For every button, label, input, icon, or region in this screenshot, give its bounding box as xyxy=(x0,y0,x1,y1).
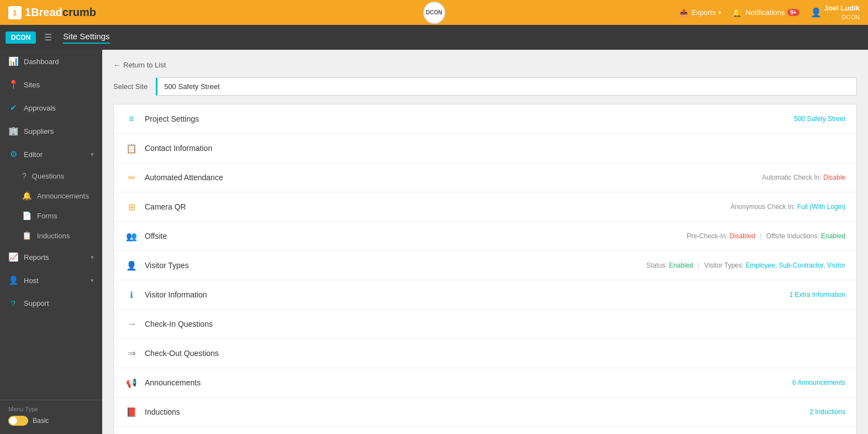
settings-row-generic-forms[interactable]: ≡ Generic Forms 2 Forms xyxy=(114,427,856,434)
exports-button[interactable]: 📤 Exports ▾ xyxy=(679,8,721,17)
editor-chevron-icon: ▾ xyxy=(91,151,94,158)
checkin-questions-title: Check-In Questions xyxy=(145,320,213,328)
sidebar-item-editor[interactable]: ⚙ Editor ▾ xyxy=(0,143,102,166)
sidebar-label-sites: Sites xyxy=(24,81,40,89)
menu-type-value: Basic xyxy=(33,417,49,425)
settings-row-visitor-info[interactable]: ℹ Visitor Information 1 Extra Informatio… xyxy=(114,280,856,310)
checkout-questions-icon: ⇒ xyxy=(125,347,138,360)
sites-icon: 📍 xyxy=(8,80,18,90)
attendance-title: Automated Attendance xyxy=(145,173,223,182)
settings-row-left-camera: ⊞ Camera QR xyxy=(125,200,186,213)
menu-type-toggle[interactable] xyxy=(8,416,28,426)
toggle-knob xyxy=(9,417,17,425)
settings-row-visitor-types[interactable]: 👤 Visitor Types Status: Enabled | Visito… xyxy=(114,251,856,280)
return-to-list-link[interactable]: ← Return to List xyxy=(113,61,166,69)
sidebar-label-forms: Forms xyxy=(37,212,57,220)
settings-row-inductions[interactable]: 📕 Inductions 2 Inductions xyxy=(114,398,856,427)
sidebar-label-reports: Reports xyxy=(24,253,49,262)
announcements-value: 6 Announcements xyxy=(792,379,845,386)
top-nav-right: 📤 Exports ▾ 🔔 Notifications 9+ 👤 Joel Lu… xyxy=(679,4,860,21)
sidebar-item-sites[interactable]: 📍 Sites xyxy=(0,73,102,96)
forms-icon: 📄 xyxy=(22,211,31,220)
visitor-types-types-value: Employee, Sub-Contractor, Visitor xyxy=(745,262,845,269)
sidebar-label-editor: Editor xyxy=(24,150,43,159)
suppliers-icon: 🏢 xyxy=(8,126,18,136)
sidebar-label-host: Host xyxy=(24,276,39,285)
exports-chevron-icon: ▾ xyxy=(718,9,721,15)
offsite-divider: | xyxy=(758,232,764,240)
sub-nav: DCON ☰ Site Settings xyxy=(0,25,868,50)
sidebar-item-inductions-sub[interactable]: 📋 Inductions xyxy=(0,226,102,245)
sidebar-item-forms[interactable]: 📄 Forms xyxy=(0,206,102,226)
center-logo-circle: DCON xyxy=(423,2,445,24)
user-icon: 👤 xyxy=(811,7,822,18)
settings-row-automated-attendance[interactable]: ✏ Automated Attendance Automatic Check I… xyxy=(114,163,856,192)
notifications-button[interactable]: 🔔 Notifications 9+ xyxy=(732,8,799,18)
offsite-precheckin-value: Disabled xyxy=(729,232,755,240)
inductions-value: 2 Inductions xyxy=(809,408,845,416)
menu-type-label: Menu Type xyxy=(8,406,94,412)
inductions-sub-icon: 📋 xyxy=(22,231,31,240)
questions-icon: ? xyxy=(22,171,27,180)
host-icon: 👤 xyxy=(8,275,18,285)
settings-row-announcements[interactable]: 📢 Announcements 6 Announcements xyxy=(114,368,856,398)
camera-qr-icon: ⊞ xyxy=(125,200,138,213)
editor-icon: ⚙ xyxy=(8,149,18,159)
project-settings-title: Project Settings xyxy=(145,114,199,123)
visitor-types-title: Visitor Types xyxy=(145,261,189,270)
sidebar-label-questions: Questions xyxy=(32,172,65,180)
settings-row-project-settings[interactable]: ≡ Project Settings 500 Safety Street xyxy=(114,104,856,134)
sidebar-item-approvals[interactable]: ✔ Approvals xyxy=(0,96,102,119)
brand-logo[interactable]: 1 1Breadcrumb xyxy=(8,6,96,19)
brand-name: 1Breadcrumb xyxy=(25,6,96,19)
settings-row-left-offsite: 👥 Offsite xyxy=(125,229,167,243)
dcon-badge[interactable]: DCON xyxy=(6,32,36,44)
inductions-title: Inductions xyxy=(145,407,180,416)
sidebar-label-announcements-sub: Announcements xyxy=(37,192,89,200)
approvals-icon: ✔ xyxy=(8,103,18,113)
project-settings-value: 500 Safety Street xyxy=(794,115,845,123)
contact-icon: 📋 xyxy=(125,142,138,155)
select-site-label: Select Site xyxy=(113,82,148,91)
settings-row-camera-qr[interactable]: ⊞ Camera QR Anonymous Check In: Full (Wi… xyxy=(114,192,856,222)
sidebar-item-dashboard[interactable]: 📊 Dashboard xyxy=(0,50,102,73)
sidebar-item-host[interactable]: 👤 Host ▾ xyxy=(0,269,102,292)
user-profile-button[interactable]: 👤 Joel Ludik DCON xyxy=(811,4,860,21)
sidebar: 📊 Dashboard 📍 Sites ✔ Approvals 🏢 Suppli… xyxy=(0,50,102,434)
sidebar-item-support[interactable]: ? Support xyxy=(0,292,102,315)
offsite-precheckin-label: Pre-Check-In: xyxy=(687,232,729,240)
sidebar-item-announcements-sub[interactable]: 🔔 Announcements xyxy=(0,186,102,206)
settings-row-offsite[interactable]: 👥 Offsite Pre-Check-In: Disabled | Offsi… xyxy=(114,222,856,251)
offsite-title: Offsite xyxy=(145,232,167,240)
settings-row-right-inductions: 2 Inductions xyxy=(809,408,845,416)
sidebar-item-reports[interactable]: 📈 Reports ▾ xyxy=(0,245,102,269)
sidebar-label-approvals: Approvals xyxy=(24,104,56,112)
camera-qr-value: Full (With Login) xyxy=(797,203,845,211)
settings-row-left-attendance: ✏ Automated Attendance xyxy=(125,171,223,184)
settings-row-contact[interactable]: 📋 Contact Information xyxy=(114,134,856,163)
sidebar-label-support: Support xyxy=(24,299,49,307)
site-select[interactable]: 500 Safety Street xyxy=(156,77,857,96)
select-site-row: Select Site 500 Safety Street xyxy=(113,77,857,96)
visitor-types-icon: 👤 xyxy=(125,259,138,272)
settings-row-right-visitor-info: 1 Extra Information xyxy=(790,291,845,299)
settings-row-left-visitor-info: ℹ Visitor Information xyxy=(125,288,207,301)
notifications-label: Notifications xyxy=(745,8,785,17)
settings-row-right-project: 500 Safety Street xyxy=(794,115,845,123)
settings-row-checkin-questions[interactable]: → Check-In Questions xyxy=(114,310,856,339)
center-logo: DCON xyxy=(423,2,445,24)
logo-icon: 1 xyxy=(8,6,22,19)
sidebar-item-suppliers[interactable]: 🏢 Suppliers xyxy=(0,119,102,143)
sidebar-footer: Menu Type Basic xyxy=(0,400,102,434)
hamburger-button[interactable]: ☰ xyxy=(41,29,55,45)
sidebar-item-questions[interactable]: ? Questions xyxy=(0,166,102,186)
user-name: Joel Ludik xyxy=(824,4,860,13)
dashboard-icon: 📊 xyxy=(8,56,18,66)
settings-row-left-contact: 📋 Contact Information xyxy=(125,142,212,155)
top-nav: 1 1Breadcrumb DCON 📤 Exports ▾ 🔔 Notific… xyxy=(0,0,868,25)
offsite-inductions-label: Offsite Inductions: xyxy=(766,232,821,240)
settings-row-left-project: ≡ Project Settings xyxy=(125,112,199,126)
announcements-icon: 📢 xyxy=(125,376,138,389)
settings-row-checkout-questions[interactable]: ⇒ Check-Out Questions xyxy=(114,339,856,368)
host-chevron-icon: ▾ xyxy=(91,277,94,284)
